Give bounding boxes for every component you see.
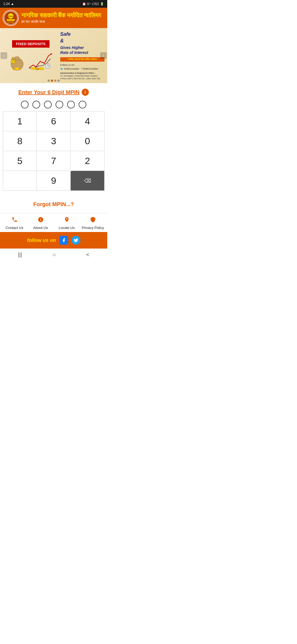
lte-icon: LTE2 — [92, 2, 99, 6]
twitter-button[interactable] — [72, 236, 80, 245]
bag-svg — [9, 52, 25, 71]
banner-address: Administrative & Registered Office : 73,… — [60, 72, 105, 80]
header: सहकार Estd. 1980 नागरिक सहकारी बैंक मर्य… — [0, 8, 107, 28]
location-icon — [64, 217, 70, 224]
numpad: 1648305729⌫ — [3, 111, 105, 191]
nav-home-button[interactable]: ○ — [53, 252, 56, 258]
numpad-key-8[interactable]: 8 — [3, 131, 37, 151]
nav-back-button[interactable]: < — [86, 252, 89, 258]
locate-us-label: Locate Us — [59, 226, 75, 230]
svg-rect-7 — [15, 57, 19, 60]
contact-us-label: Contact Us — [6, 226, 23, 230]
banner-social-links: 🐦 NSBGGwalior f NSBGGwalior — [60, 67, 98, 70]
banner-left-content: FIXED DEPOSITS — [0, 36, 59, 75]
numpad-key-1[interactable]: 1 — [3, 111, 37, 131]
bank-tagline: हर पल आपके साथ — [21, 20, 105, 24]
forgot-mpin-section: Forgot MPIN...? — [0, 193, 107, 213]
svg-point-25 — [39, 67, 44, 69]
facebook-button[interactable] — [59, 236, 68, 245]
nav-menu-button[interactable]: ||| — [18, 252, 22, 258]
facebook-handle: f NSBGGwalior — [81, 67, 98, 70]
status-icons: ⏰ H⁺ LTE2 🔋 — [82, 2, 104, 6]
svg-point-11 — [13, 69, 16, 70]
header-text: नागरिक सहकारी बैंक मर्यादित ग्वालियर हर … — [21, 12, 105, 24]
mpin-dot-6 — [79, 101, 86, 108]
system-nav-bar: ||| ○ < — [0, 249, 107, 261]
signal-icon: H⁺ — [87, 2, 91, 6]
shield-icon — [90, 217, 96, 224]
banner-gives-text: Gives Higher Rate of Interest — [60, 45, 88, 55]
numpad-key-2[interactable]: 2 — [71, 151, 105, 171]
carousel-next-button[interactable]: › — [100, 52, 107, 59]
numpad-empty-30 — [3, 171, 37, 191]
nav-contact-us[interactable]: Contact Us — [1, 217, 28, 230]
follow-us-footer: follow us on — [0, 232, 107, 249]
alarm-icon: ⏰ — [82, 2, 86, 6]
battery-icon: 🔋 — [100, 2, 104, 6]
fixed-deposits-label: FIXED DEPOSITS — [12, 40, 50, 48]
svg-point-23 — [35, 68, 39, 69]
nav-locate-us[interactable]: Locate Us — [54, 217, 80, 230]
mpin-dot-3 — [44, 101, 52, 108]
numpad-key-4[interactable]: 4 — [71, 111, 105, 131]
mpin-dot-4 — [56, 101, 63, 108]
mpin-input-dots — [3, 101, 105, 108]
banner-carousel: ‹ FIXED DEPOSITS — [0, 28, 107, 83]
svg-text:सहकार: सहकार — [8, 15, 13, 17]
bottom-nav: Contact Us About Us Locate Us Privacy Po… — [0, 213, 107, 232]
svg-point-12 — [18, 69, 21, 70]
dot-4[interactable] — [57, 80, 60, 82]
nav-about-us[interactable]: About Us — [28, 217, 54, 230]
status-bar: 1:24 ▲ ⏰ H⁺ LTE2 🔋 — [0, 0, 107, 8]
bank-name: नागरिक सहकारी बैंक मर्यादित ग्वालियर — [21, 12, 105, 19]
numpad-key-0[interactable]: 0 — [71, 131, 105, 151]
mpin-section: Enter Your 6 Digit MPIN i 1648305729⌫ — [0, 83, 107, 193]
time-display: 1:24 — [3, 2, 10, 6]
banner-brand: नागरिक सहकारी बैंक मर्यादित ग्वालियर — [60, 57, 105, 62]
mpin-dot-1 — [21, 101, 29, 108]
svg-point-21 — [31, 67, 35, 69]
forgot-mpin-button[interactable]: Forgot MPIN...? — [3, 201, 105, 208]
follow-us-text: follow us on — [27, 238, 56, 243]
mpin-info-icon[interactable]: i — [82, 89, 89, 96]
numpad-key-5[interactable]: 5 — [3, 151, 37, 171]
twitter-handle: 🐦 NSBGGwalior — [60, 67, 79, 70]
about-us-label: About Us — [33, 226, 48, 230]
svg-rect-3 — [7, 19, 15, 20]
privacy-policy-label: Privacy Policy — [82, 226, 104, 230]
dot-3[interactable] — [54, 80, 56, 82]
dot-2[interactable] — [51, 80, 53, 82]
svg-point-9 — [12, 61, 13, 62]
svg-rect-4 — [7, 21, 14, 21]
numpad-key-3[interactable]: 3 — [37, 131, 71, 151]
status-time-area: 1:24 ▲ — [3, 2, 14, 6]
banner-follow-label: Follow us on: — [60, 64, 75, 66]
numpad-key-7[interactable]: 7 — [37, 151, 71, 171]
banner-safe-text: Safe & — [60, 31, 71, 44]
phone-icon — [12, 217, 18, 224]
money-bag — [9, 52, 25, 71]
mpin-dot-5 — [67, 101, 75, 108]
numpad-key-9[interactable]: 9 — [37, 171, 71, 191]
backspace-icon: ⌫ — [82, 177, 93, 185]
nav-privacy-policy[interactable]: Privacy Policy — [80, 217, 106, 230]
numpad-key-6[interactable]: 6 — [37, 111, 71, 131]
mpin-title-text: Enter Your 6 Digit MPIN — [18, 89, 80, 95]
svg-marker-16 — [51, 53, 53, 55]
numpad-backspace[interactable]: ⌫ — [71, 171, 105, 191]
dot-1[interactable] — [48, 80, 50, 82]
svg-text:Estd. 1980: Estd. 1980 — [8, 22, 14, 23]
mpin-title: Enter Your 6 Digit MPIN i — [18, 89, 89, 96]
warning-icon: ▲ — [11, 2, 14, 6]
info-icon — [38, 217, 44, 224]
logo-svg: सहकार Estd. 1980 — [4, 11, 18, 25]
bank-logo: सहकार Estd. 1980 — [3, 10, 19, 26]
chart-svg — [26, 52, 53, 71]
carousel-dots — [48, 80, 60, 82]
mpin-dot-2 — [32, 101, 40, 108]
